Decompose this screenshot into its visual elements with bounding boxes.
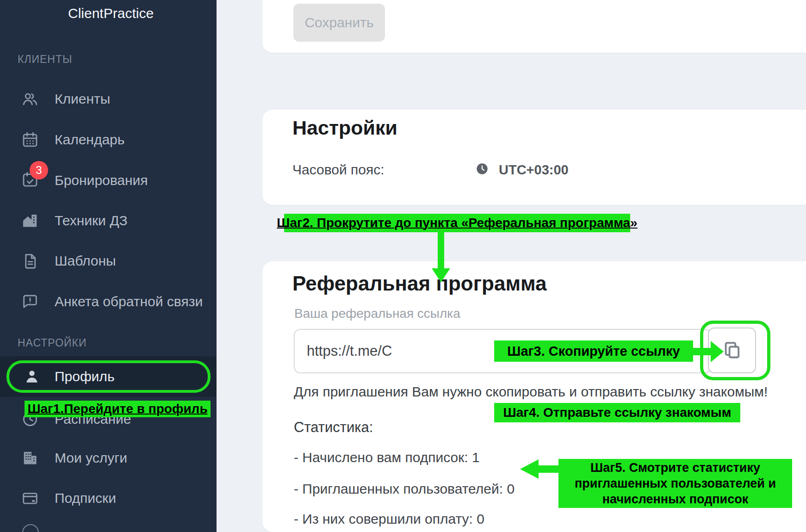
stat-accrued-subscriptions: - Начислено вам подписок: 1 xyxy=(294,450,480,465)
sidebar-item-label: Бронирования xyxy=(55,173,148,188)
sidebar-item-calendar[interactable]: Календарь xyxy=(0,125,217,155)
annotation-step1: Шаг1.Перейдите в профиль xyxy=(25,401,211,417)
invite-note: Для приглашения Вам нужно скопировать и … xyxy=(294,384,768,400)
timezone-label: Часовой пояс: xyxy=(292,162,384,178)
annotation-step2: Шаг2. Прокрутите до пункта «Реферальная … xyxy=(284,214,630,232)
referral-title: Реферальная программа xyxy=(292,272,546,295)
sidebar-item-label: Календарь xyxy=(55,132,124,148)
stats-title: Статистика: xyxy=(294,419,373,436)
sidebar: ClientPractice КЛИЕНТЫ Клиенты Календарь xyxy=(0,0,217,532)
feedback-icon xyxy=(21,293,39,310)
sidebar-item-label: Шаблоны xyxy=(55,253,116,269)
save-button[interactable]: Сохранить xyxy=(293,4,385,42)
annotation-step5: Шаг5. Смотрите статистику приглашенных п… xyxy=(558,459,792,508)
sidebar-item-subscriptions[interactable]: Подписки xyxy=(0,483,217,513)
services-icon xyxy=(21,449,39,467)
users-icon xyxy=(21,90,39,108)
stat-paid-users: - Из них совершили оплату: 0 xyxy=(294,511,484,527)
sidebar-item-label: Анкета обратной связи xyxy=(55,294,203,309)
sidebar-item-templates[interactable]: Шаблоны xyxy=(0,246,217,276)
settings-title: Настройки xyxy=(292,117,397,139)
stat-invited-users: - Приглашенных пользователей: 0 xyxy=(294,481,515,497)
sidebar-item-feedback-form[interactable]: Анкета обратной связи xyxy=(0,287,217,316)
sidebar-section-clients: КЛИЕНТЫ xyxy=(18,53,72,66)
home-icon xyxy=(21,212,39,229)
profile-highlight-outline xyxy=(6,360,211,393)
step2-arrow-down-icon xyxy=(432,268,450,282)
referral-link-label: Ваша реферальная ссылка xyxy=(294,306,460,321)
timezone-value: UTC+03:00 xyxy=(499,162,569,178)
step5-arrow-left-icon xyxy=(520,459,539,479)
annotation-step5-line3: начисленных подписок xyxy=(602,491,748,507)
sidebar-item-dz-techniques[interactable]: Техники ДЗ xyxy=(0,206,217,235)
sidebar-item-label: Мои услуги xyxy=(55,450,127,466)
step3-arrow-right-icon xyxy=(711,341,724,362)
annotation-step3: Шаг3. Скопируйте ссылку xyxy=(494,340,693,362)
document-icon xyxy=(21,252,39,270)
sidebar-item-clients[interactable]: Клиенты xyxy=(0,84,217,114)
sidebar-item-label: Подписки xyxy=(55,490,116,506)
screen: ClientPractice КЛИЕНТЫ Клиенты Календарь xyxy=(0,0,806,532)
app-title: ClientPractice xyxy=(68,6,154,21)
bookings-badge: 3 xyxy=(30,161,48,179)
sidebar-section-settings: НАСТРОЙКИ xyxy=(18,337,87,349)
sidebar-item-label: Клиенты xyxy=(55,91,110,107)
partial-bottom-icon xyxy=(22,524,39,532)
sidebar-item-my-services[interactable]: Мои услуги xyxy=(0,443,217,473)
card-icon xyxy=(21,489,39,507)
calendar-icon xyxy=(21,131,39,148)
step2-arrow-line xyxy=(438,232,444,268)
sidebar-item-label: Техники ДЗ xyxy=(55,213,128,229)
annotation-step5-line2: приглашенных пользователей и xyxy=(575,476,776,491)
annotation-step5-line1: Шаг5. Смотрите статистику xyxy=(590,460,760,476)
step3-arrow-line xyxy=(693,348,711,355)
clock-filled-icon xyxy=(476,162,489,175)
step5-arrow-line xyxy=(539,465,559,473)
annotation-step4: Шаг4. Отправьте ссылку знакомым xyxy=(494,403,740,422)
